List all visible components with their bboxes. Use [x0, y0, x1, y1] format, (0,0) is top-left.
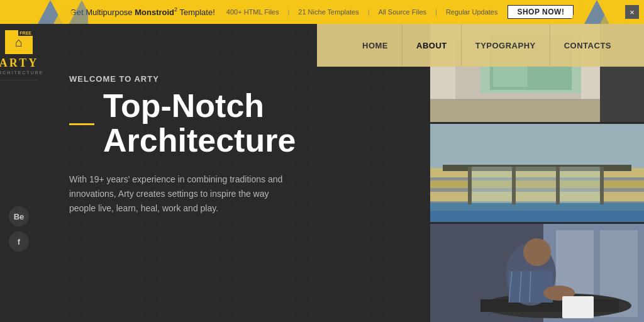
nav-item-about[interactable]: ABOUT: [402, 24, 461, 67]
sidebar: ⌂ FREE ARTY ARCHITECTURE Be f: [0, 24, 38, 322]
svg-rect-22: [468, 167, 472, 204]
hero-title-line1: Top-Notch: [103, 89, 296, 123]
hero-title-line: Top-Notch Architecture: [69, 91, 346, 157]
behance-label: Be: [14, 212, 25, 221]
logo-subtext: ARCHITECTURE: [0, 70, 43, 75]
svg-rect-21: [430, 211, 644, 222]
stat2: 21 Niche Templates: [298, 8, 358, 16]
svg-rect-26: [472, 167, 512, 203]
svg-rect-28: [560, 167, 600, 203]
banner-deco-right: [569, 0, 619, 24]
shop-now-button[interactable]: SHOP NOW!: [508, 5, 574, 19]
facebook-button[interactable]: f: [9, 231, 29, 252]
hero-content: WELCOME TO ARTY Top-Notch Architecture W…: [69, 74, 346, 216]
logo-box: ⌂ FREE: [5, 30, 33, 54]
svg-rect-25: [600, 167, 604, 204]
svg-rect-23: [512, 167, 516, 204]
hero-title: Top-Notch Architecture: [103, 89, 296, 157]
image-grid: [430, 24, 644, 322]
main-wrapper: ⌂ FREE ARTY ARCHITECTURE Be f HOME: [0, 24, 644, 322]
image-exterior: [430, 124, 644, 222]
hero-title-line2: Architecture: [103, 123, 296, 158]
navigation: HOME ABOUT TYPOGRAPHY CONTACTS: [317, 24, 644, 67]
logo-name: ARTY: [0, 57, 38, 70]
nav-links: HOME ABOUT TYPOGRAPHY CONTACTS: [348, 24, 625, 67]
logo-house-icon: ⌂: [15, 35, 23, 50]
person-svg: [430, 224, 644, 322]
content-area: HOME ABOUT TYPOGRAPHY CONTACTS WELCOME T…: [38, 24, 644, 322]
behance-button[interactable]: Be: [9, 206, 29, 226]
welcome-text: WELCOME TO ARTY: [69, 74, 346, 84]
stat1: 400+ HTML Files: [226, 8, 279, 16]
top-banner: Get Multipurpose Monstroid2 Template! 40…: [0, 0, 644, 24]
svg-rect-27: [516, 167, 556, 203]
image-person: [430, 224, 644, 322]
banner-stats: 400+ HTML Files | 21 Niche Templates | A…: [226, 8, 498, 16]
sidebar-social: Be f: [9, 206, 29, 252]
nav-item-typography[interactable]: TYPOGRAPHY: [461, 24, 550, 67]
logo-area: ⌂ FREE ARTY ARCHITECTURE: [0, 24, 38, 80]
stat3: All Source Files: [379, 8, 426, 16]
gold-divider: [69, 123, 94, 125]
exterior-svg: [430, 124, 644, 222]
nav-item-home[interactable]: HOME: [348, 24, 402, 67]
free-badge: FREE: [18, 30, 33, 36]
stat4: Regular Updates: [446, 8, 498, 16]
svg-rect-42: [562, 296, 594, 318]
svg-point-36: [523, 238, 551, 266]
hero-description: With 19+ years' experience in combining …: [69, 172, 283, 216]
svg-rect-24: [556, 167, 560, 204]
facebook-label: f: [18, 237, 20, 247]
banner-close-button[interactable]: ×: [625, 5, 639, 19]
nav-item-contacts[interactable]: CONTACTS: [550, 24, 625, 67]
banner-promo-text: Get Multipurpose Monstroid2 Template!: [70, 6, 215, 18]
banner-deco-left: [38, 0, 88, 24]
